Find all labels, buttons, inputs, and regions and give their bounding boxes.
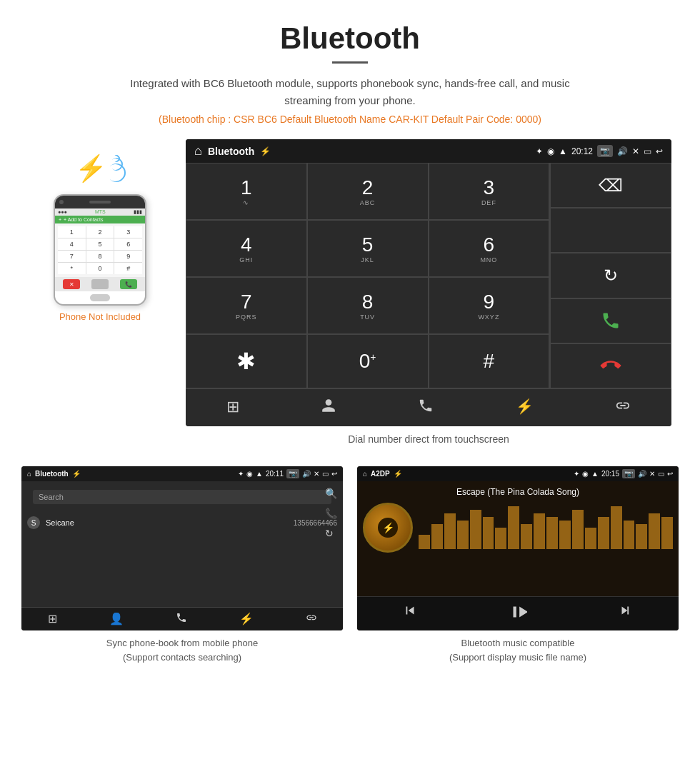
phone-menu-btn[interactable] [91,279,109,289]
eq-bar [483,517,494,549]
pb-search-placeholder: Search [39,493,64,501]
grid-icon[interactable]: ⊞ [226,398,239,418]
music-screen: ⌂ A2DP ⚡ ✦ ◉ ▲ 20:15 📷 🔊 ✕ ▭ ↩ E [357,466,679,630]
play-pause-btn[interactable] [509,603,527,625]
call-green-btn[interactable] [550,298,671,343]
phone-key-3[interactable]: 3 [114,226,142,238]
music-home-icon[interactable]: ⌂ [363,470,367,478]
pb-cam-icon[interactable]: 📷 [286,469,299,478]
key-7[interactable]: 7PQRS [186,277,307,334]
eq-bar [470,510,481,549]
dial-screen-title: Bluetooth [208,146,254,157]
link-icon[interactable] [615,398,631,418]
key-1[interactable]: 1∿ [186,163,307,220]
phone-icon[interactable] [418,398,434,418]
key-6[interactable]: 6MNO [429,220,550,277]
pb-bottom-wrapper: ⊞ 👤 ⚡ [21,607,343,630]
pb-user-icon[interactable]: 👤 [109,612,124,626]
contact-name: Seicane [46,518,288,527]
phone-key-star[interactable]: * [58,263,86,274]
phone-key-6[interactable]: 6 [114,238,142,250]
dial-screen: ⌂ Bluetooth ⚡ ✦ ◉ ▲ 20:12 📷 🔊 ✕ ▭ ↩ [186,139,671,426]
key-2[interactable]: 2ABC [307,163,429,220]
window-icon[interactable]: ▭ [644,146,651,156]
phone-green-bar: + + Add to Contacts [55,216,145,223]
camera-icon[interactable]: 📷 [597,145,613,157]
key-9[interactable]: 9WXYZ [429,277,550,334]
phone-end-btn[interactable]: ✕ [63,279,80,289]
album-art-inner: ⚡ [378,518,398,538]
music-cam-icon[interactable]: 📷 [622,469,635,478]
music-title: A2DP [371,470,390,478]
volume-icon[interactable]: 🔊 [617,146,628,156]
key-0[interactable]: 0+ [307,334,429,388]
key-4[interactable]: 4GHI [186,220,307,277]
back-icon[interactable]: ↩ [656,146,663,156]
phone-key-9[interactable]: 9 [114,251,142,262]
phone-key-2[interactable]: 2 [86,226,114,238]
music-caption-line2: (Support display music file name) [449,652,586,663]
music-win-icon[interactable]: ▭ [658,470,664,478]
pb-grid-icon[interactable]: ⊞ [48,612,57,626]
next-track-btn[interactable] [618,603,634,625]
phonebook-caption: Sync phone-book from mobile phone (Suppo… [21,630,343,664]
dial-keypad-area: 1∿ 2ABC 3DEF 4GHI 5JKL 6MNO 7PQRS 8TUV 9… [186,163,671,388]
music-main: Escape (The Pina Colada Song) ⚡ [357,481,679,596]
key-3[interactable]: 3DEF [429,163,550,220]
pb-phone-icon[interactable] [176,612,187,626]
pb-bluetooth-icon[interactable]: ⚡ [239,612,254,626]
key-hash[interactable]: # [429,334,550,388]
phone-home-btn[interactable] [90,294,110,301]
phone-key-5[interactable]: 5 [86,238,114,250]
phonebook-panel: ⌂ Bluetooth ⚡ ✦ ◉ ▲ 20:11 📷 🔊 ✕ ▭ ↩ [21,466,343,664]
pb-back-icon[interactable]: ↩ [331,470,337,478]
eq-bar [419,535,430,549]
pb-search-icon[interactable]: 🔍 [325,488,337,499]
eq-bar [611,506,622,549]
phone-section: ⚡ ●●● MTS ▮▮▮ + + Add to [29,139,171,322]
phone-key-7[interactable]: 7 [58,251,86,262]
eq-bar [649,513,660,549]
pb-win-icon[interactable]: ▭ [322,470,329,478]
phone-not-included-label: Phone Not Included [59,311,141,322]
prev-track-btn[interactable] [402,603,418,625]
pb-call-icon[interactable]: 📞 [325,508,337,519]
eq-bar [546,517,558,549]
pb-home-icon[interactable]: ⌂ [27,470,31,478]
music-close-icon[interactable]: ✕ [649,470,655,478]
call-red-btn[interactable] [550,343,671,388]
bluetooth-icon[interactable]: ⚡ [516,398,534,418]
music-vol-icon[interactable]: 🔊 [638,470,646,478]
pb-link-icon[interactable] [306,612,317,626]
pb-vol-icon[interactable]: 🔊 [302,470,311,478]
signal-icon: ▲ [559,146,567,156]
phone-battery: ▮▮▮ [134,209,142,215]
phone-key-8[interactable]: 8 [86,251,114,262]
phone-camera [59,200,64,204]
refresh-btn[interactable]: ↻ [550,253,671,298]
phone-speaker [89,201,111,203]
backspace-btn[interactable]: ⌫ [550,163,671,208]
key-star[interactable]: ✱ [186,334,307,388]
phone-key-hash[interactable]: # [114,263,142,274]
close-icon[interactable]: ✕ [632,146,639,156]
title-underline [332,61,368,64]
home-icon[interactable]: ⌂ [194,144,202,159]
contacts-icon[interactable] [321,398,336,418]
phone-call-btn[interactable]: 📞 [120,279,137,289]
contact-letter: S [27,516,40,529]
pb-sync-icon[interactable]: ↻ [325,528,337,539]
pb-search-bar[interactable]: Search [33,490,331,504]
key-5[interactable]: 5JKL [307,220,429,277]
status-right: ✦ ◉ ▲ 20:12 📷 🔊 ✕ ▭ ↩ [536,145,663,157]
phone-top-bar [55,196,145,208]
music-back-icon[interactable]: ↩ [667,470,673,478]
eq-bar [534,513,545,549]
eq-bar [559,521,571,549]
phone-key-1[interactable]: 1 [58,226,86,238]
phone-key-4[interactable]: 4 [58,238,86,250]
phonebook-screen: ⌂ Bluetooth ⚡ ✦ ◉ ▲ 20:11 📷 🔊 ✕ ▭ ↩ [21,466,343,630]
pb-close-icon[interactable]: ✕ [314,470,319,478]
key-8[interactable]: 8TUV [307,277,429,334]
phone-key-0[interactable]: 0 [86,263,114,274]
